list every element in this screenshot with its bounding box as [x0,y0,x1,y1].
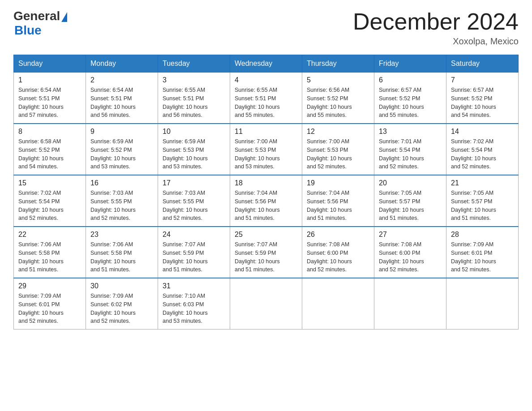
day-info: Sunrise: 6:57 AMSunset: 5:52 PMDaylight:… [379,86,442,120]
day-number: 16 [90,179,153,187]
day-number: 22 [18,231,81,239]
calendar-body: 1 Sunrise: 6:54 AMSunset: 5:51 PMDayligh… [14,73,519,330]
calendar-week-2: 8 Sunrise: 6:58 AMSunset: 5:52 PMDayligh… [14,124,519,175]
calendar-cell: 15 Sunrise: 7:02 AMSunset: 5:54 PMDaylig… [14,175,86,227]
day-number: 19 [307,179,369,187]
day-number: 18 [235,179,297,187]
calendar-cell: 11 Sunrise: 7:00 AMSunset: 5:53 PMDaylig… [230,124,302,175]
day-info: Sunrise: 7:07 AMSunset: 5:59 PMDaylight:… [235,240,297,274]
calendar-cell: 24 Sunrise: 7:07 AMSunset: 5:59 PMDaylig… [158,227,230,278]
page-header: General Blue December 2024 Xoxolpa, Mexi… [13,9,519,47]
day-info: Sunrise: 7:09 AMSunset: 6:01 PMDaylight:… [451,240,514,274]
day-number: 6 [379,76,442,84]
day-number: 11 [235,128,297,136]
calendar-cell: 1 Sunrise: 6:54 AMSunset: 5:51 PMDayligh… [14,73,86,124]
day-info: Sunrise: 7:06 AMSunset: 5:58 PMDaylight:… [90,240,153,274]
calendar-cell: 14 Sunrise: 7:02 AMSunset: 5:54 PMDaylig… [446,124,519,175]
calendar-cell: 16 Sunrise: 7:03 AMSunset: 5:55 PMDaylig… [86,175,158,227]
calendar-cell: 17 Sunrise: 7:03 AMSunset: 5:55 PMDaylig… [158,175,230,227]
calendar-cell: 12 Sunrise: 7:00 AMSunset: 5:53 PMDaylig… [302,124,374,175]
calendar-cell [446,278,519,330]
day-info: Sunrise: 6:56 AMSunset: 5:52 PMDaylight:… [307,86,369,120]
day-info: Sunrise: 7:05 AMSunset: 5:57 PMDaylight:… [451,189,514,223]
calendar-cell [302,278,374,330]
calendar-cell: 27 Sunrise: 7:08 AMSunset: 6:00 PMDaylig… [374,227,446,278]
day-info: Sunrise: 7:04 AMSunset: 5:56 PMDaylight:… [307,189,369,223]
day-info: Sunrise: 6:59 AMSunset: 5:52 PMDaylight:… [90,137,153,171]
calendar-cell: 2 Sunrise: 6:54 AMSunset: 5:51 PMDayligh… [86,73,158,124]
day-info: Sunrise: 7:08 AMSunset: 6:00 PMDaylight:… [379,240,442,274]
calendar-cell: 28 Sunrise: 7:09 AMSunset: 6:01 PMDaylig… [446,227,519,278]
day-number: 24 [163,231,225,239]
calendar-cell: 13 Sunrise: 7:01 AMSunset: 5:54 PMDaylig… [374,124,446,175]
day-info: Sunrise: 7:05 AMSunset: 5:57 PMDaylight:… [379,189,442,223]
day-number: 15 [18,179,81,187]
calendar-cell: 18 Sunrise: 7:04 AMSunset: 5:56 PMDaylig… [230,175,302,227]
day-number: 9 [90,128,153,136]
day-number: 13 [379,128,442,136]
day-number: 3 [163,76,225,84]
day-info: Sunrise: 7:06 AMSunset: 5:58 PMDaylight:… [18,240,81,274]
day-info: Sunrise: 6:54 AMSunset: 5:51 PMDaylight:… [18,86,81,120]
month-title: December 2024 [353,9,519,34]
day-number: 14 [451,128,514,136]
calendar-header: Sunday Monday Tuesday Wednesday Thursday… [14,55,519,73]
calendar-week-4: 22 Sunrise: 7:06 AMSunset: 5:58 PMDaylig… [14,227,519,278]
day-info: Sunrise: 6:55 AMSunset: 5:51 PMDaylight:… [235,86,297,120]
day-info: Sunrise: 7:03 AMSunset: 5:55 PMDaylight:… [163,189,225,223]
day-number: 10 [163,128,225,136]
calendar-cell: 26 Sunrise: 7:08 AMSunset: 6:00 PMDaylig… [302,227,374,278]
calendar-cell: 29 Sunrise: 7:09 AMSunset: 6:01 PMDaylig… [14,278,86,330]
calendar-week-3: 15 Sunrise: 7:02 AMSunset: 5:54 PMDaylig… [14,175,519,227]
location-text: Xoxolpa, Mexico [353,36,519,47]
day-info: Sunrise: 7:04 AMSunset: 5:56 PMDaylight:… [235,189,297,223]
day-number: 29 [18,282,81,290]
col-sunday: Sunday [14,55,86,73]
day-number: 20 [379,179,442,187]
calendar-cell: 20 Sunrise: 7:05 AMSunset: 5:57 PMDaylig… [374,175,446,227]
day-number: 25 [235,231,297,239]
day-number: 31 [163,282,225,290]
day-info: Sunrise: 7:01 AMSunset: 5:54 PMDaylight:… [379,137,442,171]
day-number: 23 [90,231,153,239]
calendar-cell: 23 Sunrise: 7:06 AMSunset: 5:58 PMDaylig… [86,227,158,278]
day-info: Sunrise: 6:58 AMSunset: 5:52 PMDaylight:… [18,137,81,171]
calendar-cell: 6 Sunrise: 6:57 AMSunset: 5:52 PMDayligh… [374,73,446,124]
calendar-cell [230,278,302,330]
day-info: Sunrise: 7:03 AMSunset: 5:55 PMDaylight:… [90,189,153,223]
calendar-table: Sunday Monday Tuesday Wednesday Thursday… [13,55,519,330]
col-thursday: Thursday [302,55,374,73]
calendar-week-1: 1 Sunrise: 6:54 AMSunset: 5:51 PMDayligh… [14,73,519,124]
day-number: 8 [18,128,81,136]
col-wednesday: Wednesday [230,55,302,73]
day-number: 27 [379,231,442,239]
calendar-cell: 22 Sunrise: 7:06 AMSunset: 5:58 PMDaylig… [14,227,86,278]
day-number: 7 [451,76,514,84]
day-number: 4 [235,76,297,84]
header-row: Sunday Monday Tuesday Wednesday Thursday… [14,55,519,73]
calendar-cell: 3 Sunrise: 6:55 AMSunset: 5:51 PMDayligh… [158,73,230,124]
logo-blue-text: Blue [14,23,42,38]
calendar-cell: 21 Sunrise: 7:05 AMSunset: 5:57 PMDaylig… [446,175,519,227]
logo: General Blue [13,9,67,38]
calendar-cell: 31 Sunrise: 7:10 AMSunset: 6:03 PMDaylig… [158,278,230,330]
calendar-cell: 30 Sunrise: 7:09 AMSunset: 6:02 PMDaylig… [86,278,158,330]
day-number: 12 [307,128,369,136]
day-info: Sunrise: 6:54 AMSunset: 5:51 PMDaylight:… [90,86,153,120]
logo-general-text: General [13,9,60,23]
calendar-cell [374,278,446,330]
day-info: Sunrise: 7:07 AMSunset: 5:59 PMDaylight:… [163,240,225,274]
day-info: Sunrise: 7:00 AMSunset: 5:53 PMDaylight:… [235,137,297,171]
col-friday: Friday [374,55,446,73]
day-info: Sunrise: 7:09 AMSunset: 6:02 PMDaylight:… [90,292,153,325]
day-info: Sunrise: 7:10 AMSunset: 6:03 PMDaylight:… [163,292,225,325]
day-info: Sunrise: 6:59 AMSunset: 5:53 PMDaylight:… [163,137,225,171]
day-info: Sunrise: 7:02 AMSunset: 5:54 PMDaylight:… [451,137,514,171]
calendar-cell: 25 Sunrise: 7:07 AMSunset: 5:59 PMDaylig… [230,227,302,278]
title-block: December 2024 Xoxolpa, Mexico [353,9,519,47]
day-info: Sunrise: 6:55 AMSunset: 5:51 PMDaylight:… [163,86,225,120]
day-info: Sunrise: 6:57 AMSunset: 5:52 PMDaylight:… [451,86,514,120]
day-info: Sunrise: 7:00 AMSunset: 5:53 PMDaylight:… [307,137,369,171]
calendar-week-5: 29 Sunrise: 7:09 AMSunset: 6:01 PMDaylig… [14,278,519,330]
day-number: 2 [90,76,153,84]
